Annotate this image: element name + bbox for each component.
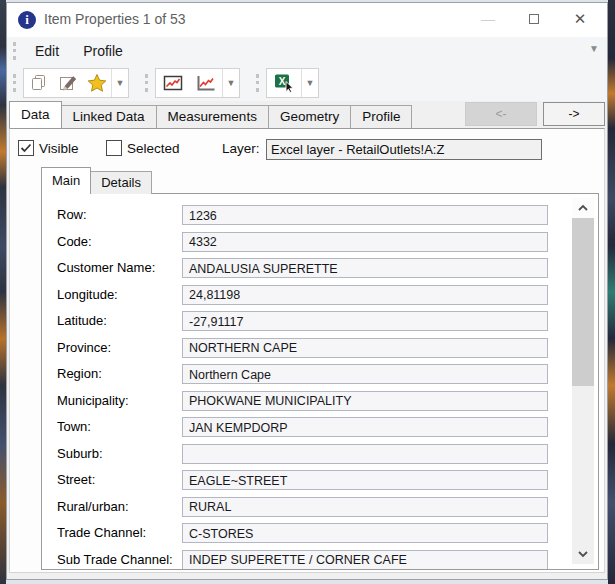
edit-item-icon xyxy=(58,73,78,93)
field-label: Code: xyxy=(42,232,182,249)
chart-axis-button[interactable] xyxy=(189,69,222,97)
toolbar: ▼ ▼ xyxy=(7,64,607,101)
next-item-button[interactable]: -> xyxy=(543,102,605,126)
scrollbar-thumb[interactable] xyxy=(572,218,594,386)
field-label: Town: xyxy=(42,417,182,434)
form-field-row: Suburb: xyxy=(42,444,598,471)
layer-label: Layer: xyxy=(222,141,260,156)
maximize-button[interactable] xyxy=(513,3,555,35)
selected-checkbox-label: Selected xyxy=(127,141,180,156)
toolbar-group-charts: ▼ xyxy=(139,68,240,98)
scroll-up-button[interactable] xyxy=(572,198,594,218)
main-subtab-panel: Row: 1236 Code: 4332 Customer Name: ANDA… xyxy=(41,193,599,570)
form-field-row: Longitude: 24,81198 xyxy=(42,285,598,312)
tab-linked-data[interactable]: Linked Data xyxy=(61,105,157,128)
form-field-row: Latitude: -27,91117 xyxy=(42,311,598,338)
field-value-box[interactable]: 4332 xyxy=(182,232,548,252)
field-label: Region: xyxy=(42,364,182,381)
toolbar-grip-handle[interactable] xyxy=(13,74,17,92)
layer-field[interactable]: Excel layer - RetailOutlets!A:Z xyxy=(266,139,542,160)
field-label: Longitude: xyxy=(42,285,182,302)
svg-text:X: X xyxy=(279,75,286,86)
field-value-box[interactable]: 24,81198 xyxy=(182,285,548,305)
field-value-box[interactable]: JAN KEMPDORP xyxy=(182,417,548,437)
form-field-row: Customer Name: ANDALUSIA SUPERETTE xyxy=(42,258,598,285)
field-label: Rural/urban: xyxy=(42,497,182,514)
form-field-row: Municipality: PHOKWANE MUNICIPALITY xyxy=(42,391,598,418)
menu-profile[interactable]: Profile xyxy=(71,40,135,62)
form-field-row: Street: EAGLE~STREET xyxy=(42,470,598,497)
minimize-button[interactable]: — xyxy=(467,3,509,35)
field-label: Province: xyxy=(42,338,182,355)
minimize-icon: — xyxy=(481,11,495,27)
copy-button[interactable] xyxy=(24,69,53,97)
field-value-box[interactable]: 1236 xyxy=(182,205,548,225)
field-value-box[interactable]: NORTHERN CAPE xyxy=(182,338,548,358)
subtab-main[interactable]: Main xyxy=(41,167,91,194)
charts-dropdown-button[interactable]: ▼ xyxy=(222,69,239,97)
chevron-up-icon xyxy=(577,204,589,212)
visible-checkbox[interactable] xyxy=(18,140,34,156)
subtab-details[interactable]: Details xyxy=(90,171,152,194)
vertical-scrollbar[interactable] xyxy=(572,198,594,564)
field-label: Trade Channel: xyxy=(42,523,182,540)
favorite-button[interactable] xyxy=(82,69,111,97)
field-label: Street: xyxy=(42,470,182,487)
field-label: Latitude: xyxy=(42,311,182,328)
checkmark-icon xyxy=(20,143,32,153)
close-button[interactable]: ✕ xyxy=(559,3,601,35)
field-value-box[interactable]: -27,91117 xyxy=(182,311,548,331)
data-tab-page: Visible Selected Layer: Excel layer - Re… xyxy=(9,128,605,573)
chart-boxed-button[interactable] xyxy=(156,69,189,97)
tab-data[interactable]: Data xyxy=(9,101,62,128)
tab-geometry[interactable]: Geometry xyxy=(268,105,351,128)
field-label: Sub Trade Channel: xyxy=(42,550,182,567)
form-field-row: Trade Channel: C-STORES xyxy=(42,523,598,550)
excel-select-button[interactable]: X xyxy=(267,69,301,97)
field-value-box[interactable]: INDEP SUPERETTE / CORNER CAFE xyxy=(182,550,548,570)
tab-measurements[interactable]: Measurements xyxy=(156,105,269,128)
toolbar-group-excel: X ▼ xyxy=(250,68,319,98)
options-row: Visible Selected Layer: Excel layer - Re… xyxy=(10,139,604,161)
field-value-box[interactable]: EAGLE~STREET xyxy=(182,470,548,490)
selected-checkbox[interactable] xyxy=(106,140,122,156)
form-field-row: Rural/urban: RURAL xyxy=(42,497,598,524)
scroll-down-button[interactable] xyxy=(572,544,594,564)
visible-checkbox-label: Visible xyxy=(39,141,79,156)
field-value-box[interactable]: PHOKWANE MUNICIPALITY xyxy=(182,391,548,411)
favorite-star-icon xyxy=(87,73,107,93)
window-title: Item Properties 1 of 53 xyxy=(44,11,186,27)
form-field-row: Town: JAN KEMPDORP xyxy=(42,417,598,444)
edit-item-button[interactable] xyxy=(53,69,82,97)
form-field-row: Province: NORTHERN CAPE xyxy=(42,338,598,365)
title-bar: i Item Properties 1 of 53 — ✕ xyxy=(7,3,607,37)
tab-strip: DataLinked DataMeasurementsGeometryProfi… xyxy=(9,101,411,128)
menu-bar: Edit Profile ▼ xyxy=(7,37,607,64)
toolbar-grip-handle[interactable] xyxy=(256,74,260,92)
excel-select-icon: X xyxy=(272,73,296,93)
excel-dropdown-button[interactable]: ▼ xyxy=(301,69,318,97)
field-value-box[interactable]: C-STORES xyxy=(182,523,548,543)
form-rows: Row: 1236 Code: 4332 Customer Name: ANDA… xyxy=(42,194,598,569)
field-value-box[interactable]: Northern Cape xyxy=(182,364,548,384)
form-field-row: Code: 4332 xyxy=(42,232,598,259)
form-field-row: Row: 1236 xyxy=(42,205,598,232)
form-field-row: Region: Northern Cape xyxy=(42,364,598,391)
menu-edit[interactable]: Edit xyxy=(23,40,71,62)
clipboard-dropdown-button[interactable]: ▼ xyxy=(111,69,128,97)
field-label: Customer Name: xyxy=(42,258,182,275)
close-icon: ✕ xyxy=(574,10,587,28)
menubar-grip-handle[interactable] xyxy=(13,42,17,60)
field-value-box[interactable]: ANDALUSIA SUPERETTE xyxy=(182,258,548,278)
menubar-overflow-chevron-icon[interactable]: ▼ xyxy=(589,43,599,54)
chart-line-axis-icon xyxy=(194,73,218,93)
field-value-box[interactable] xyxy=(182,444,548,464)
info-icon: i xyxy=(18,11,36,29)
copy-icon xyxy=(29,73,49,93)
field-label: Municipality: xyxy=(42,391,182,408)
previous-item-button[interactable]: <- xyxy=(465,102,537,126)
field-value-box[interactable]: RURAL xyxy=(182,497,548,517)
chart-line-boxed-icon xyxy=(161,73,185,93)
toolbar-grip-handle[interactable] xyxy=(145,74,149,92)
tab-profile[interactable]: Profile xyxy=(350,105,412,128)
